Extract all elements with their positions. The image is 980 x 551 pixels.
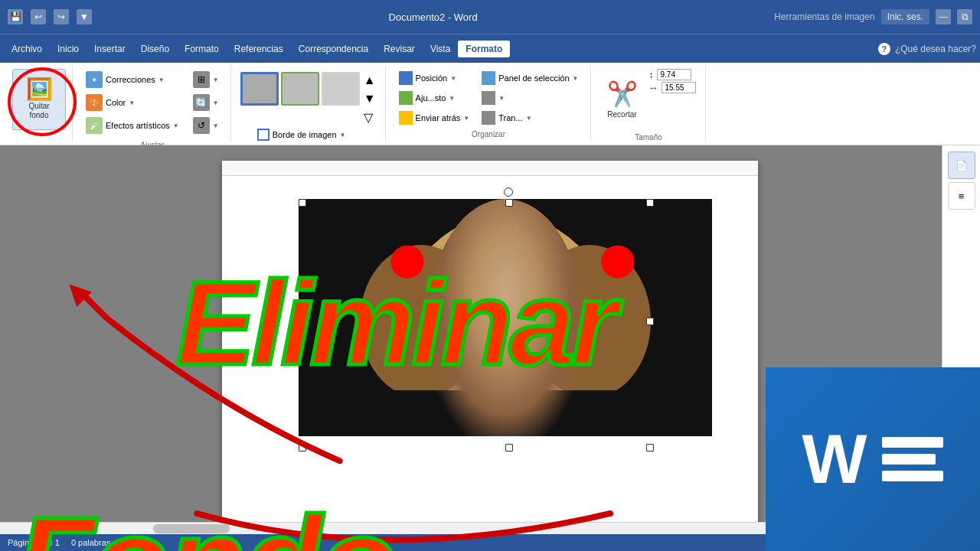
recortar-label: Recortar bbox=[607, 110, 636, 119]
undo-icon[interactable]: ↩ bbox=[31, 9, 46, 24]
width-row: ↔ bbox=[649, 82, 696, 93]
menu-formato[interactable]: Formato bbox=[177, 41, 227, 57]
status-words: 0 palabras bbox=[71, 538, 110, 547]
sel-handle-ml[interactable] bbox=[299, 318, 306, 325]
panel-label: Panel de selección bbox=[498, 73, 569, 83]
alinear-button[interactable]: ▼ bbox=[476, 89, 583, 107]
resize-group: ⊞ ▼ 🔄 ▼ ↺ ▼ bbox=[188, 69, 224, 136]
ribbon: 🖼️ Quitar fondo ✦ Correcciones ▼ 🎨 Color… bbox=[0, 63, 980, 145]
recortar-icon: ✂️ bbox=[607, 80, 638, 109]
borde-dropdown[interactable]: ▼ bbox=[340, 132, 346, 139]
word-logo-lines bbox=[882, 437, 943, 481]
ribbon-group-organizar: Posición ▼ Aju...sto ▼ Enviar atrás ▼ P bbox=[387, 66, 591, 142]
sel-handle-br[interactable] bbox=[646, 444, 654, 452]
format-panel-btn[interactable]: 📄 bbox=[948, 152, 975, 179]
ajustar-dropdown[interactable]: ▼ bbox=[449, 95, 455, 102]
correcciones-dropdown[interactable]: ▼ bbox=[158, 77, 165, 83]
panel-icon bbox=[482, 71, 495, 85]
borde-imagen-button[interactable]: Borde de imagen ▼ bbox=[252, 126, 351, 143]
style-thumb-2[interactable] bbox=[281, 72, 319, 106]
customize-icon[interactable]: ▼ bbox=[77, 9, 92, 24]
width-input[interactable] bbox=[662, 82, 696, 93]
correcciones-button[interactable]: ✦ Correcciones ▼ bbox=[80, 69, 185, 90]
trans-icon bbox=[482, 111, 495, 125]
word-line-3 bbox=[882, 471, 943, 481]
height-icon: ↕ bbox=[649, 70, 654, 80]
enviar-dropdown[interactable]: ▼ bbox=[463, 115, 469, 122]
menu-revisar[interactable]: Revisar bbox=[376, 41, 423, 57]
posicion-dropdown[interactable]: ▼ bbox=[450, 75, 456, 82]
trans-button[interactable]: Tran... ▼ bbox=[476, 109, 583, 127]
menu-insertar[interactable]: Insertar bbox=[87, 41, 133, 57]
correcciones-icon: ✦ bbox=[86, 71, 103, 88]
window-restore-icon[interactable]: ⧉ bbox=[957, 9, 972, 24]
efectos-artisticos-button[interactable]: 🖌 Efectos artísticos ▼ bbox=[80, 115, 185, 136]
compress-button[interactable]: ⊞ ▼ bbox=[188, 69, 224, 90]
status-page: Página 1 de 1 bbox=[8, 538, 60, 547]
recortar-button[interactable]: ✂️ Recortar bbox=[602, 69, 643, 130]
document-area: Eliminar Fondo 📄 ≡ W bbox=[0, 145, 980, 551]
trans-dropdown[interactable]: ▼ bbox=[526, 115, 532, 122]
efectos-dropdown[interactable]: ▼ bbox=[173, 122, 179, 129]
menu-inicio[interactable]: Inicio bbox=[50, 41, 87, 57]
organizar-label: Organizar bbox=[472, 127, 505, 139]
style-thumb-1[interactable] bbox=[240, 72, 279, 106]
word-logo: W bbox=[766, 367, 980, 551]
menu-correspondencia[interactable]: Correspondencia bbox=[291, 41, 376, 57]
ruler bbox=[222, 161, 758, 176]
rotation-handle[interactable] bbox=[504, 187, 513, 197]
sel-handle-mr[interactable] bbox=[646, 318, 654, 325]
menu-archivo[interactable]: Archivo bbox=[4, 41, 50, 57]
style-thumbs-row: ▲ ▼ ▽ bbox=[240, 69, 377, 126]
quick-access-toolbar: 💾 ↩ ↪ ▼ bbox=[8, 9, 92, 24]
panel-seleccion-button[interactable]: Panel de selección ▼ bbox=[476, 69, 583, 87]
help-btn[interactable]: ? ¿Qué desea hacer? bbox=[878, 43, 976, 55]
sel-handle-tr[interactable] bbox=[646, 199, 654, 207]
style-expand[interactable]: ▽ bbox=[362, 109, 377, 126]
layout-panel-btn[interactable]: ≡ bbox=[948, 182, 975, 210]
sel-handle-bl[interactable] bbox=[299, 444, 306, 452]
height-row: ↕ bbox=[649, 69, 696, 80]
ribbon-minimize-icon[interactable]: — bbox=[936, 9, 951, 24]
style-scroll-down[interactable]: ▼ bbox=[362, 90, 377, 107]
alinear-icon bbox=[482, 91, 495, 105]
efectos-icon: 🖌 bbox=[86, 117, 103, 134]
color-dropdown[interactable]: ▼ bbox=[129, 99, 135, 106]
posicion-icon bbox=[399, 71, 413, 85]
tamanio-row: ✂️ Recortar ↕ ↔ bbox=[602, 69, 696, 130]
sel-handle-bm[interactable] bbox=[505, 444, 513, 452]
reset-button[interactable]: ↺ ▼ bbox=[188, 115, 224, 136]
menu-diseno[interactable]: Diseño bbox=[133, 41, 177, 57]
scroll-thumb[interactable] bbox=[153, 524, 230, 533]
sel-handle-tl[interactable] bbox=[299, 199, 306, 207]
quitar-fondo-button[interactable]: 🖼️ Quitar fondo bbox=[12, 69, 66, 130]
ajustar-texto-button[interactable]: Aju...sto ▼ bbox=[394, 89, 475, 107]
posicion-label: Posición bbox=[416, 73, 448, 83]
style-thumb-3[interactable] bbox=[322, 72, 360, 106]
menu-formato-imagen[interactable]: Formato bbox=[458, 41, 510, 57]
svg-point-5 bbox=[472, 338, 493, 350]
sel-handle-tm[interactable] bbox=[505, 199, 513, 207]
enviar-atras-button[interactable]: Enviar atrás ▼ bbox=[394, 109, 475, 127]
redo-icon[interactable]: ↪ bbox=[54, 9, 69, 24]
menu-referencias[interactable]: Referencias bbox=[227, 41, 291, 57]
save-icon[interactable]: 💾 bbox=[8, 9, 23, 24]
menu-bar: Archivo Inicio Insertar Diseño Formato R… bbox=[0, 34, 980, 63]
enviar-label: Enviar atrás bbox=[416, 113, 461, 122]
efectos-label: Efectos artísticos bbox=[106, 121, 170, 130]
title-right-area: Herramientas de imagen Inic. ses. — ⧉ bbox=[774, 9, 972, 24]
inic-ses-btn[interactable]: Inic. ses. bbox=[881, 9, 929, 24]
height-input[interactable] bbox=[657, 69, 691, 80]
color-label: Color bbox=[106, 98, 126, 107]
style-scroll-up[interactable]: ▲ bbox=[362, 72, 377, 89]
alinear-dropdown[interactable]: ▼ bbox=[498, 95, 505, 102]
color-button[interactable]: 🎨 Color ▼ bbox=[80, 92, 185, 113]
panel-dropdown[interactable]: ▼ bbox=[573, 75, 579, 82]
posicion-button[interactable]: Posición ▼ bbox=[394, 69, 475, 87]
quitar-fondo-label: Quitar fondo bbox=[28, 102, 49, 120]
menu-vista[interactable]: Vista bbox=[423, 41, 458, 57]
change-dropdown: ▼ bbox=[213, 99, 219, 106]
svg-point-7 bbox=[486, 375, 524, 390]
svg-marker-9 bbox=[69, 285, 91, 307]
change-image-button[interactable]: 🔄 ▼ bbox=[188, 92, 224, 113]
